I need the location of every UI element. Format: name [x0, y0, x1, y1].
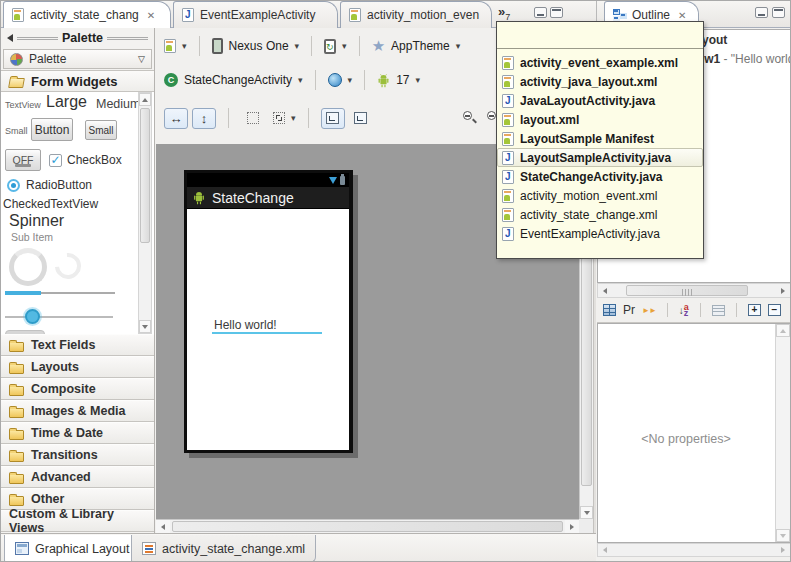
toggle-width-fill-button[interactable]: ↔ [164, 108, 188, 129]
open-editor-item[interactable]: LayoutSampleActivity.java [497, 148, 703, 167]
open-editor-item[interactable]: activity_motion_event.xml [497, 186, 703, 205]
collapse-all-icon[interactable]: − [768, 304, 781, 316]
editor-filter-input[interactable] [497, 22, 703, 48]
outline-minimize-icon[interactable] [755, 7, 768, 18]
scrollbar-thumb[interactable] [140, 108, 150, 243]
properties-vertical-scrollbar[interactable] [775, 324, 790, 542]
palette-scrollbar[interactable] [138, 92, 152, 334]
palette-category[interactable]: Time & Date [1, 422, 154, 444]
palette-item-progressbar-horizontal[interactable] [5, 291, 41, 295]
outline-close-icon[interactable]: ✕ [678, 10, 686, 21]
palette-item-progressbar-large[interactable] [9, 248, 47, 286]
scrollbar-thumb[interactable] [172, 521, 563, 532]
palette-item-spinner[interactable]: Spinner [9, 212, 64, 230]
palette-item-progressbar-small[interactable] [50, 248, 87, 285]
editor-mode-tab[interactable]: Graphical Layout [4, 535, 141, 562]
properties-table-icon[interactable] [603, 304, 616, 316]
canvas-horizontal-scrollbar[interactable] [156, 519, 579, 533]
open-editor-item[interactable]: StateChangeActivity.java [497, 167, 703, 186]
palette-item-checkbox[interactable]: ✓CheckBox [49, 153, 122, 167]
properties-horizontal-scrollbar[interactable] [597, 543, 791, 557]
palette-category[interactable]: Custom & Library Views [1, 510, 154, 532]
show-layout-bounds-button[interactable] [321, 108, 345, 129]
editor-mode-tab[interactable]: activity_state_change.xml [131, 535, 316, 562]
palette-item-small-button[interactable]: Small [85, 120, 117, 140]
toggle-height-fill-button[interactable]: ↕ [192, 108, 216, 129]
palette-category[interactable]: Composite [1, 378, 154, 400]
palette-category[interactable]: Text Fields [1, 334, 154, 356]
open-editor-item[interactable]: activity_java_layout.xml [497, 72, 703, 91]
device-statusbar [187, 173, 349, 187]
device-dropdown[interactable]: Nexus One▾ [212, 38, 300, 54]
scroll-down-button[interactable] [139, 320, 151, 333]
textview-hello-world[interactable]: Hello world! [214, 318, 277, 332]
palette-item-textview-small[interactable]: Small [5, 126, 28, 136]
snap-to-grid-button[interactable] [349, 108, 373, 129]
zoom-out-icon[interactable] [462, 110, 478, 126]
palette-item-quickcontactbadge[interactable] [5, 330, 45, 334]
tab-overflow-indicator[interactable]: »7 [498, 4, 510, 22]
locale-dropdown[interactable]: ▾ [328, 73, 353, 87]
file-icon [502, 227, 514, 241]
palette-item-textview-medium[interactable]: Medium [96, 97, 140, 111]
open-editor-item[interactable]: activity_state_change.xml [497, 205, 703, 224]
palette-panel: Palette Palette ▽ Form Widgets TextView … [1, 28, 155, 533]
editor-tab[interactable]: activity_state_chang ✕ [3, 1, 171, 28]
theme-dropdown[interactable]: ★AppTheme▾ [372, 39, 461, 53]
palette-mode-selector[interactable]: Palette ▽ [3, 49, 152, 69]
tab-close-icon[interactable]: ✕ [147, 10, 155, 21]
activity-dropdown[interactable]: CStateChangeActivity▾ [164, 73, 303, 87]
editor-tab[interactable]: EventExampleActivity [173, 1, 338, 28]
outline-horizontal-scrollbar[interactable] [597, 283, 791, 298]
scroll-right-button[interactable] [776, 544, 790, 556]
open-editor-item[interactable]: activity_event_example.xml [497, 53, 703, 72]
scroll-left-button[interactable] [598, 284, 612, 297]
palette-category[interactable]: Transitions [1, 444, 154, 466]
scroll-left-button[interactable] [598, 544, 612, 556]
chevron-down-icon[interactable]: ▾ [291, 113, 296, 123]
selection-mode-button[interactable] [241, 108, 265, 129]
palette-item-button[interactable]: Button [31, 118, 73, 141]
orientation-dropdown[interactable]: ▾ [324, 39, 347, 54]
scrollbar-thumb[interactable] [626, 285, 748, 296]
category-form-widgets[interactable]: Form Widgets [1, 70, 154, 92]
palette-category[interactable]: Advanced [1, 466, 154, 488]
minimize-icon[interactable] [534, 7, 547, 18]
open-editor-item[interactable]: JavaLayoutActivity.java [497, 91, 703, 110]
editor-tab[interactable]: activity_motion_even [340, 1, 492, 28]
activity-label: StateChangeActivity [184, 73, 292, 87]
scroll-right-button[interactable] [565, 520, 579, 533]
divider [228, 108, 229, 128]
scroll-down-button[interactable] [580, 506, 593, 519]
palette-item-textview[interactable]: TextView [5, 100, 41, 110]
palette-category[interactable]: Images & Media [1, 400, 154, 422]
palette-item-togglebutton[interactable]: OFF [5, 149, 41, 171]
palette-collapse-icon[interactable] [7, 34, 13, 42]
palette-item-radiobutton[interactable]: RadioButton [7, 178, 92, 192]
scroll-up-button[interactable] [776, 324, 790, 337]
scroll-left-button[interactable] [156, 520, 170, 533]
open-editor-item-label: JavaLayoutActivity.java [520, 94, 655, 108]
config-file-dropdown[interactable]: ▾ [164, 39, 187, 53]
chevron-down-icon[interactable]: ▽ [138, 54, 145, 64]
divider [700, 303, 701, 317]
open-editor-item[interactable]: EventExampleActivity.java [497, 224, 703, 243]
palette-item-seekbar[interactable] [5, 316, 113, 318]
scroll-right-button[interactable] [776, 284, 790, 297]
no-properties-message: <No properties> [598, 432, 774, 446]
sort-alphabetically-icon[interactable]: ↓az [679, 304, 689, 317]
maximize-icon[interactable] [550, 7, 563, 18]
expand-all-icon[interactable]: + [748, 304, 761, 316]
open-editor-item[interactable]: LayoutSample Manifest [497, 129, 703, 148]
scroll-down-button[interactable] [776, 529, 790, 542]
expand-to-fit-button[interactable] [267, 108, 291, 129]
open-editor-item[interactable]: layout.xml [497, 110, 703, 129]
palette-item-textview-large[interactable]: Large [46, 93, 87, 111]
palette-category[interactable]: Layouts [1, 356, 154, 378]
show-advanced-properties-icon[interactable] [712, 305, 725, 316]
link-to-selection-icon[interactable]: ►► [642, 306, 656, 315]
outline-maximize-icon[interactable] [772, 7, 785, 18]
api-level-dropdown[interactable]: 17▾ [377, 73, 420, 88]
palette-item-checkedtextview[interactable]: CheckedTextView [3, 197, 98, 211]
scroll-up-button[interactable] [139, 93, 151, 106]
